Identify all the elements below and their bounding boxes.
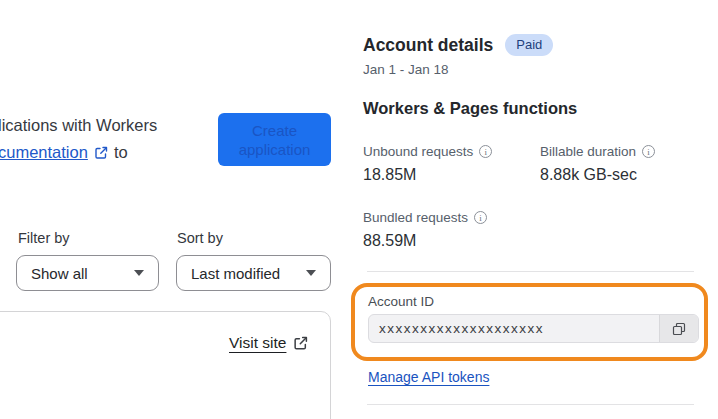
visit-site-link[interactable]: Visit site [229, 334, 286, 352]
copy-account-id-button[interactable] [659, 315, 698, 342]
metric-value-billable-duration: 8.88k GB-sec [540, 166, 637, 184]
metric-value-bundled-requests: 88.59M [363, 232, 416, 250]
chevron-down-icon [306, 270, 316, 276]
billing-date-range: Jan 1 - Jan 18 [363, 62, 449, 77]
divider [367, 271, 694, 272]
metric-label-bundled-requests: Bundled requests i [363, 210, 487, 225]
account-id-field[interactable]: xxxxxxxxxxxxxxxxxxxx [368, 314, 699, 343]
filter-select-value: Show all [31, 265, 88, 282]
sort-select-value: Last modified [191, 265, 280, 282]
info-icon[interactable]: i [474, 211, 487, 224]
functions-section-title: Workers & Pages functions [363, 99, 577, 118]
metric-value-unbound-requests: 18.85M [363, 166, 416, 184]
account-id-value[interactable]: xxxxxxxxxxxxxxxxxxxx [369, 321, 659, 336]
intro-text-line1: lications with Workers [0, 116, 157, 135]
account-id-label: Account ID [368, 294, 434, 309]
filter-select[interactable]: Show all [16, 255, 159, 291]
divider [367, 404, 694, 405]
external-link-icon [94, 146, 108, 160]
visit-site-row: Visit site [229, 334, 308, 352]
documentation-link[interactable]: cumentation [0, 143, 88, 162]
manage-api-tokens-link[interactable]: Manage API tokens [368, 369, 489, 385]
workers-pages-dashboard: lications with Workers cumentation to Cr… [0, 0, 718, 419]
metric-label-billable-duration: Billable duration i [540, 144, 655, 159]
external-link-icon [293, 336, 308, 351]
chevron-down-icon [134, 270, 144, 276]
create-application-button[interactable]: Create application [218, 113, 331, 166]
info-icon[interactable]: i [479, 145, 492, 158]
account-details-title: Account details [363, 35, 493, 56]
sort-by-label: Sort by [177, 230, 223, 246]
filter-by-label: Filter by [18, 230, 70, 246]
intro-text-line2: cumentation to [0, 143, 128, 162]
metric-label-unbound-requests: Unbound requests i [363, 144, 492, 159]
info-icon[interactable]: i [642, 145, 655, 158]
project-card [0, 311, 331, 419]
account-details-header: Account details Paid [363, 34, 553, 56]
sort-select[interactable]: Last modified [176, 255, 331, 291]
plan-badge: Paid [505, 34, 553, 56]
copy-icon [671, 321, 687, 337]
intro-text-after-link: to [114, 143, 128, 162]
